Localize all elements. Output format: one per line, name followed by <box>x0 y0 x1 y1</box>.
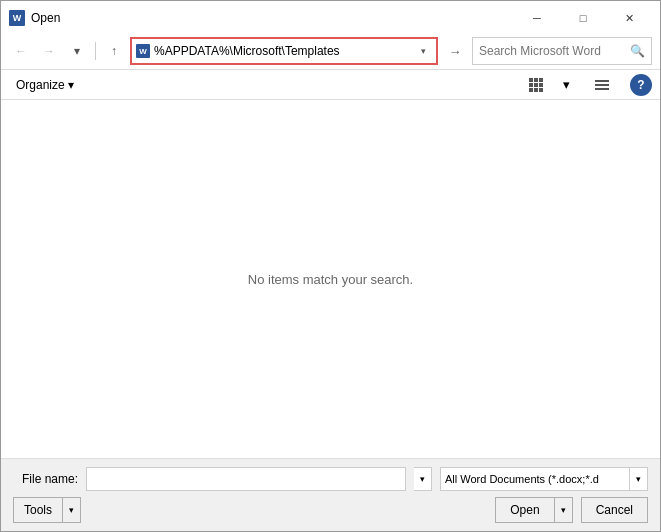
navigation-bar: ← → ▾ ↑ W → 🔍 <box>1 33 660 70</box>
open-dropdown-button[interactable] <box>555 497 573 523</box>
file-name-input[interactable] <box>86 467 406 491</box>
search-button[interactable]: 🔍 <box>629 38 645 64</box>
window-controls: ─ □ ✕ <box>514 7 652 29</box>
close-button[interactable]: ✕ <box>606 7 652 29</box>
organize-chevron: ▾ <box>68 78 74 92</box>
title-bar: W Open ─ □ ✕ <box>1 1 660 33</box>
main-content-area: No items match your search. <box>1 100 660 458</box>
dialog-title: Open <box>31 11 514 25</box>
maximize-button[interactable]: □ <box>560 7 606 29</box>
help-button[interactable]: ? <box>630 74 652 96</box>
forward-button[interactable]: → <box>37 39 61 63</box>
minimize-button[interactable]: ─ <box>514 7 560 29</box>
list-view-icon <box>595 80 609 90</box>
recent-locations-button[interactable]: ▾ <box>65 39 89 63</box>
open-button[interactable]: Open <box>495 497 554 523</box>
file-type-wrapper: All Word Documents (*.docx;*.d <box>440 467 648 491</box>
organize-label: Organize <box>16 78 65 92</box>
cancel-button[interactable]: Cancel <box>581 497 648 523</box>
address-input[interactable] <box>154 44 414 58</box>
file-name-dropdown-button[interactable] <box>414 467 432 491</box>
up-button[interactable]: ↑ <box>102 39 126 63</box>
address-bar-wrapper: W <box>130 37 438 65</box>
back-button[interactable]: ← <box>9 39 33 63</box>
open-dialog: W Open ─ □ ✕ ← → ▾ ↑ W → 🔍 Organize ▾ <box>0 0 661 532</box>
view-change-button[interactable] <box>522 73 550 97</box>
view-chevron: ▾ <box>563 77 570 92</box>
file-name-row: File name: All Word Documents (*.docx;*.… <box>13 467 648 491</box>
tools-button[interactable]: Tools <box>13 497 63 523</box>
view-dropdown-button[interactable]: ▾ <box>552 73 580 97</box>
organize-button[interactable]: Organize ▾ <box>9 73 81 97</box>
address-dropdown-button[interactable] <box>414 39 432 63</box>
file-type-dropdown-button[interactable] <box>630 467 648 491</box>
address-word-icon: W <box>136 44 150 58</box>
open-button-group: Open <box>495 497 572 523</box>
bottom-panel: File name: All Word Documents (*.docx;*.… <box>1 458 660 531</box>
file-name-label: File name: <box>13 472 78 486</box>
nav-separator <box>95 42 96 60</box>
tools-group: Tools <box>13 497 81 523</box>
search-input[interactable] <box>479 44 629 58</box>
toolbar: Organize ▾ ▾ ? <box>1 70 660 100</box>
grid-view-icon <box>529 78 543 92</box>
file-type-display: All Word Documents (*.docx;*.d <box>440 467 630 491</box>
tools-dropdown-button[interactable] <box>63 497 81 523</box>
word-icon: W <box>9 10 25 26</box>
buttons-row: Tools Open Cancel <box>13 497 648 523</box>
view-buttons: ▾ <box>522 73 616 97</box>
go-button[interactable]: → <box>442 38 468 64</box>
preview-pane-button[interactable] <box>588 73 616 97</box>
search-bar: 🔍 <box>472 37 652 65</box>
empty-message: No items match your search. <box>248 272 413 287</box>
